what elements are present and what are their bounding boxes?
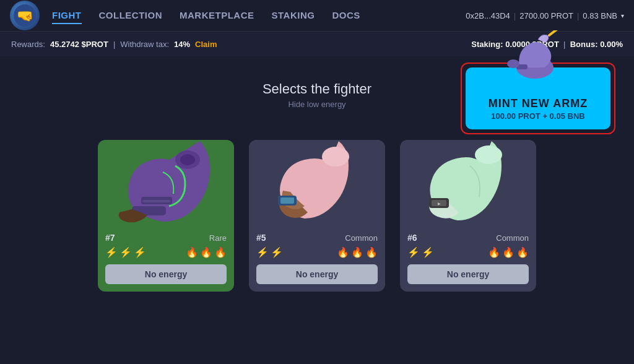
attack-icon: ⚡ bbox=[422, 246, 434, 258]
nav-collection[interactable]: COLLECTION bbox=[99, 7, 163, 24]
wallet-info[interactable]: 0x2B...43D4 | 2700.00 PROT | 0.83 BNB ▾ bbox=[466, 11, 624, 20]
staking-label: Staking: bbox=[471, 40, 503, 49]
attack-icon: ⚡ bbox=[407, 246, 420, 258]
attack-icon: ⚡ bbox=[271, 246, 283, 258]
svg-point-4 bbox=[507, 59, 519, 68]
wallet-bnb: 0.83 BNB bbox=[583, 11, 617, 20]
fighter-card-7[interactable]: #7 Rare ⚡ ⚡ ⚡ 🔥 🔥 🔥 No energy bbox=[98, 140, 234, 292]
defense-icon: 🔥 bbox=[214, 246, 227, 258]
claim-button[interactable]: Claim bbox=[195, 40, 217, 49]
attack-icon: ⚡ bbox=[134, 246, 146, 258]
svg-point-10 bbox=[180, 154, 195, 165]
fighter-info-row-7: #7 Rare bbox=[105, 233, 227, 243]
nav-docs[interactable]: DOCS bbox=[332, 7, 360, 24]
logo: 🤜 bbox=[10, 1, 40, 30]
svg-rect-13 bbox=[280, 197, 294, 204]
bonus-value: 0.00% bbox=[600, 40, 623, 49]
fighter-stats-6: ⚡ ⚡ 🔥 🔥 🔥 bbox=[407, 246, 529, 258]
fighter-rarity-5: Common bbox=[345, 233, 378, 243]
nav-fight[interactable]: FIGHT bbox=[52, 7, 82, 24]
attack-icons-5: ⚡ ⚡ bbox=[256, 246, 283, 258]
fighter-rarity-7: Rare bbox=[209, 233, 227, 243]
svg-rect-8 bbox=[143, 200, 170, 202]
fighter-arm-container-6: ▶ bbox=[407, 147, 529, 228]
svg-text:🤜: 🤜 bbox=[17, 7, 34, 24]
fighter-info-row-5: #5 Common bbox=[256, 233, 378, 243]
fighter-stats-7: ⚡ ⚡ ⚡ 🔥 🔥 🔥 bbox=[105, 246, 227, 258]
separator2: | bbox=[577, 11, 579, 20]
mint-title: MINT NEW ARMZ bbox=[489, 97, 588, 110]
attack-icon: ⚡ bbox=[119, 246, 132, 258]
fighter-arm-container-7 bbox=[105, 147, 227, 228]
nav-marketplace[interactable]: MARKETPLACE bbox=[180, 7, 254, 24]
nav-staking[interactable]: STAKING bbox=[272, 7, 315, 24]
separator: | bbox=[113, 40, 115, 49]
defense-icon: 🔥 bbox=[186, 246, 198, 258]
mint-card[interactable]: MINT NEW ARMZ 100.00 PROT + 0.05 BNB bbox=[466, 67, 610, 129]
fighter-arm-container-5 bbox=[256, 147, 378, 228]
svg-point-15 bbox=[475, 145, 502, 164]
fighter-stats-5: ⚡ ⚡ 🔥 🔥 🔥 bbox=[256, 246, 378, 258]
defense-icon: 🔥 bbox=[337, 246, 349, 258]
attack-icons-7: ⚡ ⚡ ⚡ bbox=[105, 246, 146, 258]
fighter-card-6[interactable]: ▶ #6 Common ⚡ ⚡ 🔥 🔥 🔥 N bbox=[400, 140, 536, 292]
arm-purple-svg bbox=[113, 141, 219, 228]
defense-icon: 🔥 bbox=[502, 246, 515, 258]
fighter-id-5: #5 bbox=[256, 233, 266, 243]
fighter-id-7: #7 bbox=[105, 233, 115, 243]
main-content: MINT NEW ARMZ 100.00 PROT + 0.05 BNB Sel… bbox=[0, 56, 634, 304]
defense-icons-6: 🔥 🔥 🔥 bbox=[488, 246, 529, 258]
defense-icon: 🔥 bbox=[200, 246, 212, 258]
fighter-id-6: #6 bbox=[407, 233, 417, 243]
svg-text:▶: ▶ bbox=[437, 202, 440, 206]
rewards-label: Rewards: bbox=[11, 40, 45, 49]
defense-icons-7: 🔥 🔥 🔥 bbox=[186, 246, 227, 258]
attack-icon: ⚡ bbox=[256, 246, 269, 258]
defense-icons-5: 🔥 🔥 🔥 bbox=[337, 246, 378, 258]
staking-value: 0.0000 $PROT bbox=[505, 40, 559, 49]
defense-icon: 🔥 bbox=[365, 246, 378, 258]
logo-image: 🤜 bbox=[10, 1, 40, 30]
header: 🤜 FIGHT COLLECTION MARKETPLACE STAKING D… bbox=[0, 0, 634, 32]
bonus-label: Bonus: bbox=[570, 40, 598, 49]
mint-price: 100.00 PROT + 0.05 BNB bbox=[491, 111, 584, 121]
no-energy-button-7[interactable]: No energy bbox=[105, 264, 227, 284]
rewards-left: Rewards: 45.2742 $PROT | Withdraw tax: 1… bbox=[11, 40, 217, 49]
chevron-down-icon: ▾ bbox=[621, 12, 624, 19]
rewards-right: Staking: 0.0000 $PROT | Bonus: 0.00% bbox=[471, 40, 623, 49]
fighter-info-row-6: #6 Common bbox=[407, 233, 529, 243]
defense-icon: 🔥 bbox=[488, 246, 500, 258]
tax-value: 14% bbox=[174, 40, 190, 49]
wallet-prot: 2700.00 PROT bbox=[519, 11, 573, 20]
tax-label: Withdraw tax: bbox=[120, 40, 169, 49]
rewards-bar: Rewards: 45.2742 $PROT | Withdraw tax: 1… bbox=[0, 32, 634, 56]
main-nav: FIGHT COLLECTION MARKETPLACE STAKING DOC… bbox=[52, 7, 466, 24]
defense-icon: 🔥 bbox=[516, 246, 529, 258]
svg-rect-3 bbox=[516, 64, 528, 69]
mint-container[interactable]: MINT NEW ARMZ 100.00 PROT + 0.05 BNB bbox=[461, 63, 615, 134]
defense-icon: 🔥 bbox=[351, 246, 363, 258]
arm-pink-svg bbox=[271, 141, 363, 228]
arm-green-svg: ▶ bbox=[420, 141, 516, 228]
fighters-grid: #7 Rare ⚡ ⚡ ⚡ 🔥 🔥 🔥 No energy bbox=[19, 140, 615, 292]
no-energy-button-6[interactable]: No energy bbox=[407, 264, 529, 284]
svg-point-2 bbox=[516, 56, 554, 79]
attack-icon: ⚡ bbox=[105, 246, 118, 258]
rewards-value: 45.2742 $PROT bbox=[50, 40, 108, 49]
fighter-card-5[interactable]: #5 Common ⚡ ⚡ 🔥 🔥 🔥 No energy bbox=[249, 140, 385, 292]
svg-point-14 bbox=[322, 147, 349, 167]
fighter-rarity-6: Common bbox=[496, 233, 529, 243]
no-energy-button-5[interactable]: No energy bbox=[256, 264, 378, 284]
wallet-address: 0x2B...43D4 bbox=[466, 11, 510, 20]
attack-icons-6: ⚡ ⚡ bbox=[407, 246, 434, 258]
separator: | bbox=[514, 11, 516, 20]
